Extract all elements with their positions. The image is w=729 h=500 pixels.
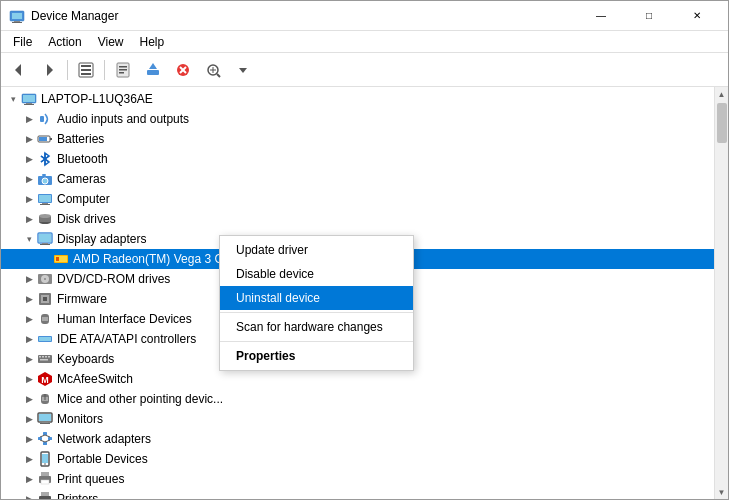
svg-rect-44	[40, 204, 50, 205]
expand-audio[interactable]: ▶	[21, 111, 37, 127]
svg-rect-3	[12, 22, 22, 23]
expand-cameras[interactable]: ▶	[21, 171, 37, 187]
svg-line-87	[45, 435, 50, 437]
list-view-button[interactable]	[72, 57, 100, 83]
svg-rect-25	[23, 95, 35, 102]
minimize-button[interactable]: —	[578, 1, 624, 31]
audio-icon	[37, 111, 53, 127]
tree-mcafee[interactable]: ▶ M McAfeeSwitch	[1, 369, 714, 389]
svg-rect-70	[48, 356, 50, 358]
ctx-properties[interactable]: Properties	[220, 344, 413, 368]
svg-point-47	[39, 214, 51, 218]
tree-portable[interactable]: ▶ Portable Devices	[1, 449, 714, 469]
menu-file[interactable]: File	[5, 33, 40, 51]
expand-print[interactable]: ▶	[21, 471, 37, 487]
svg-rect-82	[43, 432, 47, 435]
uninstall-button[interactable]	[169, 57, 197, 83]
tree-mice[interactable]: ▶ Mice and other pointing devic...	[1, 389, 714, 409]
svg-rect-26	[26, 103, 32, 104]
menu-view[interactable]: View	[90, 33, 132, 51]
scroll-down-arrow[interactable]: ▼	[715, 485, 729, 499]
properties-button[interactable]	[109, 57, 137, 83]
tree-batteries[interactable]: ▶ Batteries	[1, 129, 714, 149]
display-label: Display adapters	[57, 232, 146, 246]
toolbar-separator-1	[67, 60, 68, 80]
svg-rect-81	[40, 423, 50, 424]
svg-point-57	[44, 278, 46, 280]
expand-disk[interactable]: ▶	[21, 211, 37, 227]
expand-computer[interactable]: ▶	[21, 191, 37, 207]
bluetooth-icon	[37, 151, 53, 167]
svg-rect-11	[119, 66, 127, 68]
ctx-disable-device[interactable]: Disable device	[220, 262, 413, 286]
title-controls: — □ ✕	[578, 1, 720, 31]
svg-rect-96	[39, 496, 51, 499]
app-icon	[9, 8, 25, 24]
tree-bluetooth[interactable]: ▶ Bluetooth	[1, 149, 714, 169]
tree-disk[interactable]: ▶ Disk drives	[1, 209, 714, 229]
ctx-scan-hardware[interactable]: Scan for hardware changes	[220, 315, 413, 339]
cameras-label: Cameras	[57, 172, 106, 186]
tree-cameras[interactable]: ▶ Cameras	[1, 169, 714, 189]
tree-panel[interactable]: ▾ LAPTOP-L1UQ36AE ▶	[1, 87, 714, 499]
tree-network[interactable]: ▶ Network adapters	[1, 429, 714, 449]
scroll-up-arrow[interactable]: ▲	[715, 87, 729, 101]
expand-hid[interactable]: ▶	[21, 311, 37, 327]
tree-audio[interactable]: ▶ Audio inputs and outputs	[1, 109, 714, 129]
expand-mcafee[interactable]: ▶	[21, 371, 37, 387]
svg-rect-43	[42, 203, 48, 204]
menu-action[interactable]: Action	[40, 33, 89, 51]
scrollbar[interactable]: ▲ ▼	[714, 87, 728, 499]
tree-printers[interactable]: ▶ Printers	[1, 489, 714, 499]
forward-button[interactable]	[35, 57, 63, 83]
menu-help[interactable]: Help	[132, 33, 173, 51]
svg-rect-65	[39, 337, 51, 341]
expand-monitors[interactable]: ▶	[21, 411, 37, 427]
ctx-uninstall-device[interactable]: Uninstall device	[220, 286, 413, 310]
svg-rect-84	[48, 437, 52, 440]
update-driver-button[interactable]	[139, 57, 167, 83]
expand-portable[interactable]: ▶	[21, 451, 37, 467]
expand-printers[interactable]: ▶	[21, 491, 37, 499]
expand-display[interactable]: ▾	[21, 231, 37, 247]
expand-ide[interactable]: ▶	[21, 331, 37, 347]
camera-icon	[37, 171, 53, 187]
expand-dvd[interactable]: ▶	[21, 271, 37, 287]
svg-marker-4	[15, 64, 21, 76]
tree-root[interactable]: ▾ LAPTOP-L1UQ36AE	[1, 89, 714, 109]
svg-rect-97	[41, 492, 49, 496]
svg-text:M: M	[41, 375, 49, 385]
ide-icon	[37, 331, 53, 347]
svg-marker-5	[47, 64, 53, 76]
close-button[interactable]: ✕	[674, 1, 720, 31]
expand-keyboards[interactable]: ▶	[21, 351, 37, 367]
svg-rect-95	[41, 480, 49, 484]
dropdown-button[interactable]	[229, 57, 257, 83]
scroll-track[interactable]	[715, 101, 728, 485]
svg-rect-40	[42, 174, 46, 176]
svg-rect-54	[56, 257, 59, 261]
expand-bluetooth[interactable]: ▶	[21, 151, 37, 167]
expand-root[interactable]: ▾	[5, 91, 21, 107]
device-manager-window: Device Manager — □ ✕ File Action View He…	[0, 0, 729, 500]
tree-monitors[interactable]: ▶ Monitors	[1, 409, 714, 429]
tree-print[interactable]: ▶ Print queues	[1, 469, 714, 489]
mcafee-icon: M	[37, 371, 53, 387]
tree-computer[interactable]: ▶ Computer	[1, 189, 714, 209]
ctx-update-driver[interactable]: Update driver	[220, 238, 413, 262]
back-button[interactable]	[5, 57, 33, 83]
expand-network[interactable]: ▶	[21, 431, 37, 447]
battery-icon	[37, 131, 53, 147]
gpu-icon	[53, 251, 69, 267]
mouse-icon	[37, 391, 53, 407]
expand-firmware[interactable]: ▶	[21, 291, 37, 307]
disk-icon	[37, 211, 53, 227]
maximize-button[interactable]: □	[626, 1, 672, 31]
svg-line-88	[40, 440, 45, 442]
scan-button[interactable]	[199, 57, 227, 83]
scroll-thumb[interactable]	[717, 103, 727, 143]
expand-mice[interactable]: ▶	[21, 391, 37, 407]
batteries-label: Batteries	[57, 132, 104, 146]
svg-rect-9	[81, 73, 91, 75]
expand-batteries[interactable]: ▶	[21, 131, 37, 147]
